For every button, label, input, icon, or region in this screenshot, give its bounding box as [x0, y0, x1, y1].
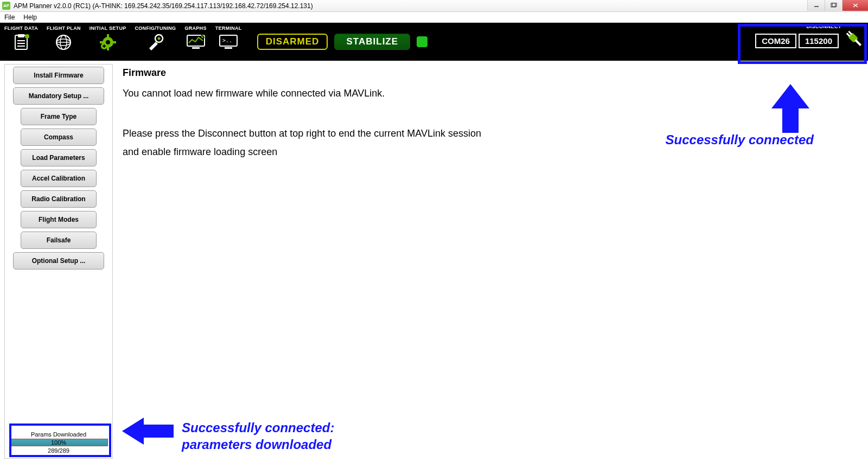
svg-marker-38 [122, 418, 174, 445]
wrench-gear-icon [145, 32, 165, 53]
menu-file[interactable]: File [4, 14, 15, 21]
annotation-connected-text: Successfully connected [666, 132, 814, 147]
globe-icon [53, 32, 74, 53]
svg-rect-36 [854, 39, 861, 46]
toolbar-graphs[interactable]: GRAPHS [180, 23, 210, 61]
armed-status: DISARMED [257, 34, 328, 50]
sidebar-load-parameters[interactable]: Load Parameters [21, 149, 97, 166]
toolbar-terminal[interactable]: TERMINAL >.. [211, 23, 246, 61]
sidebar-frame-type[interactable]: Frame Type [21, 108, 97, 125]
menubar: File Help [0, 12, 868, 23]
svg-rect-17 [107, 34, 109, 37]
svg-rect-18 [107, 47, 109, 50]
menu-help[interactable]: Help [23, 14, 37, 21]
params-progress-text: 100% [10, 439, 107, 446]
toolbar-flight-plan[interactable]: FLIGHT PLAN [42, 23, 85, 61]
sidebar-flight-modes[interactable]: Flight Modes [21, 211, 97, 228]
sidebar-optional-setup[interactable]: Optional Setup ... [13, 252, 104, 270]
toolbar: FLIGHT DATA FLIGHT PLAN INITIAL SETUP CO… [0, 23, 868, 61]
content-heading: Firmware [123, 67, 861, 79]
plug-icon[interactable] [844, 29, 866, 52]
com-port-field[interactable]: COM26 [755, 34, 796, 48]
window-controls [807, 0, 868, 11]
params-title: Params Downloaded [9, 431, 108, 438]
svg-rect-31 [225, 47, 232, 49]
sidebar-accel-calibration[interactable]: Accel Calibration [21, 170, 97, 187]
window-titlebar: AP APM Planner v2.0.0 (RC1) (A-THINK: 16… [0, 0, 868, 12]
app-icon: AP [2, 2, 10, 10]
connection-panel: DISCONNECT COM26 115200 [755, 24, 866, 52]
svg-text:>..: >.. [222, 37, 232, 43]
content-line1: You cannot load new firmware while conne… [123, 84, 492, 102]
disconnect-label: DISCONNECT [806, 24, 841, 29]
svg-rect-20 [113, 41, 116, 43]
minimize-button[interactable] [807, 0, 825, 11]
content-area: Firmware You cannot load new firmware wh… [113, 61, 868, 462]
window-title: APM Planner v2.0.0 (RC1) (A-THINK: 169.2… [14, 2, 313, 10]
sidebar-compass[interactable]: Compass [21, 129, 97, 146]
sidebar-failsafe[interactable]: Failsafe [21, 232, 97, 249]
params-count: 289/289 [9, 447, 108, 454]
toolbar-initial-setup[interactable]: INITIAL SETUP [85, 23, 131, 61]
close-button[interactable] [842, 0, 868, 11]
sidebar-install-firmware[interactable]: Install Firmware [13, 67, 104, 84]
svg-rect-19 [100, 41, 103, 43]
svg-point-25 [158, 37, 161, 40]
params-progress: 100% [9, 439, 108, 446]
sidebar-mandatory-setup[interactable]: Mandatory Setup ... [13, 87, 104, 105]
annotation-arrow-left [122, 418, 174, 447]
toolbar-flight-data[interactable]: FLIGHT DATA [0, 23, 42, 61]
baud-rate-field[interactable]: 115200 [799, 34, 839, 48]
status-group: DISARMED STABILIZE [257, 23, 428, 61]
toolbar-config-tuning[interactable]: CONFIG/TUNING [131, 23, 181, 61]
content-line2: Please press the Disconnect button at to… [123, 124, 492, 161]
annotation-arrow-up [771, 84, 809, 133]
params-downloaded-panel: Params Downloaded 100% 289/289 [7, 429, 110, 456]
svg-marker-37 [771, 84, 809, 133]
monitor-graph-icon [186, 32, 206, 53]
terminal-icon: >.. [218, 32, 239, 53]
gear-plus-icon [98, 32, 118, 53]
maximize-button[interactable] [825, 0, 842, 11]
flight-mode-status: STABILIZE [334, 34, 410, 50]
svg-point-10 [25, 34, 29, 39]
clipboard-icon [11, 32, 31, 53]
led-indicator [417, 36, 427, 47]
sidebar: Install Firmware Mandatory Setup ... Fra… [4, 64, 113, 459]
sidebar-radio-calibration[interactable]: Radio Calibration [21, 190, 97, 208]
annotation-params-text: Successfully connected: parameters downl… [182, 419, 334, 453]
svg-rect-6 [18, 34, 24, 37]
svg-rect-27 [192, 47, 200, 49]
